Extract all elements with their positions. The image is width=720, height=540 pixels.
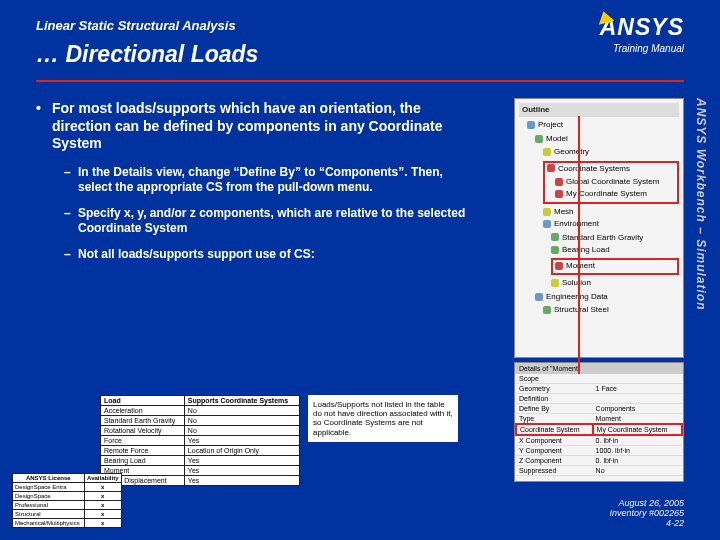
table-row: Z Component0. lbf·in: [516, 456, 682, 466]
table-row: Define ByComponents: [516, 404, 682, 414]
project-icon: [527, 121, 535, 129]
footer-page: 4-22: [609, 518, 684, 528]
table-row: Y Component1000. lbf·in: [516, 446, 682, 456]
sub-bullet-1: In the Details view, change “Define By” …: [64, 165, 466, 196]
moment-icon: [555, 262, 563, 270]
table-row: Mechanical/Multiphysicsx: [13, 519, 122, 528]
outline-header: Outline: [519, 103, 679, 117]
table-row: Rotational VelocityNo: [101, 426, 300, 436]
env-icon: [543, 220, 551, 228]
tree-project: Project Model Geometry Coordinate System…: [527, 119, 679, 318]
table-row: X Component0. lbf·in: [516, 435, 682, 446]
table-row: TypeMoment: [516, 414, 682, 425]
support-table: Load Supports Coordinate Systems Acceler…: [100, 395, 300, 486]
table-row: Remote ForceLocation of Origin Only: [101, 446, 300, 456]
engdata-icon: [535, 293, 543, 301]
table-row: Standard Earth GravityNo: [101, 416, 300, 426]
tree-env-bearing: Bearing Load: [551, 244, 679, 256]
support-col-load: Load: [101, 396, 185, 406]
solution-icon: [551, 279, 559, 287]
details-table: ScopeGeometry1 FaceDefinitionDefine ByCo…: [515, 374, 683, 476]
table-row: DesignSpace Entrax: [13, 483, 122, 492]
tree-cs-global: Global Coordinate System: [555, 176, 675, 188]
tree-engdata: Engineering Data Structural Steel: [535, 291, 679, 318]
sub-bullet-list: In the Details view, change “Define By” …: [36, 165, 466, 263]
table-row: Definition: [516, 394, 682, 404]
slide-title: … Directional Loads: [36, 41, 684, 68]
sub-bullet-2: Specify x, y, and/or z components, which…: [64, 206, 466, 237]
tree-coord-systems-box: Coordinate Systems Global Coordinate Sys…: [543, 161, 679, 204]
lic-col-avail: Availability: [84, 474, 121, 483]
table-row: Bearing LoadYes: [101, 456, 300, 466]
table-row: Coordinate SystemMy Coordinate System: [516, 424, 682, 435]
table-row: Geometry1 Face: [516, 384, 682, 394]
tree-cs-my: My Coordinate System: [555, 188, 675, 200]
logo-text: ANSYS: [600, 14, 684, 41]
slide-header: Linear Static Structural Analysis … Dire…: [0, 0, 720, 76]
table-row: Given DisplacementYes: [101, 476, 300, 486]
tree-environment: Environment Standard Earth Gravity Beari…: [543, 218, 679, 290]
outline-tree-panel: Outline Project Model Geometry Coordinat…: [514, 98, 684, 358]
details-header: Details of "Moment": [515, 363, 683, 374]
supertitle: Linear Static Structural Analysis: [36, 18, 684, 33]
table-row: MomentYes: [101, 466, 300, 476]
table-row: ForceYes: [101, 436, 300, 446]
cs-icon: [547, 164, 555, 172]
tree-env-moment: Moment: [551, 258, 679, 274]
table-row: Professionalx: [13, 501, 122, 510]
table-row: DesignSpacex: [13, 492, 122, 501]
details-panel: Details of "Moment" ScopeGeometry1 FaceD…: [514, 362, 684, 482]
tree-model: Model Geometry Coordinate Systems Global…: [535, 133, 679, 291]
tree-geometry: Geometry: [543, 146, 679, 158]
tree-env-gravity: Standard Earth Gravity: [551, 232, 679, 244]
table-row: Scope: [516, 374, 682, 384]
tree-material: Structural Steel: [543, 304, 679, 316]
footer-date: August 26, 2005: [609, 498, 684, 508]
footer-inventory: Inventory #002265: [609, 508, 684, 518]
material-icon: [543, 306, 551, 314]
table-row: AccelerationNo: [101, 406, 300, 416]
header-divider: [36, 80, 684, 82]
tree-env-solution: Solution: [551, 277, 679, 289]
logo-subtitle: Training Manual: [600, 43, 684, 54]
content-area: For most loads/supports which have an or…: [36, 100, 466, 272]
table-row: Structuralx: [13, 510, 122, 519]
support-col-cs: Supports Coordinate Systems: [184, 396, 299, 406]
tree-mesh: Mesh: [543, 206, 679, 218]
geometry-icon: [543, 148, 551, 156]
load-icon: [551, 246, 559, 254]
cs-item-icon: [555, 190, 563, 198]
lic-col-name: ANSYS License: [13, 474, 85, 483]
load-icon: [551, 233, 559, 241]
slide-footer: August 26, 2005 Inventory #002265 4-22: [609, 498, 684, 528]
logo-block: ANSYS Training Manual: [600, 14, 684, 54]
table-row: SuppressedNo: [516, 466, 682, 476]
main-bullet: For most loads/supports which have an or…: [36, 100, 466, 153]
license-table: ANSYS License Availability DesignSpace E…: [12, 473, 122, 528]
callout-line: [578, 116, 580, 374]
model-icon: [535, 135, 543, 143]
mesh-icon: [543, 208, 551, 216]
sub-bullet-3: Not all loads/supports support use of CS…: [64, 247, 466, 263]
cs-item-icon: [555, 178, 563, 186]
note-box: Loads/Supports not listed in the table d…: [308, 395, 458, 442]
side-watermark: ANSYS Workbench – Simulation: [692, 98, 710, 428]
